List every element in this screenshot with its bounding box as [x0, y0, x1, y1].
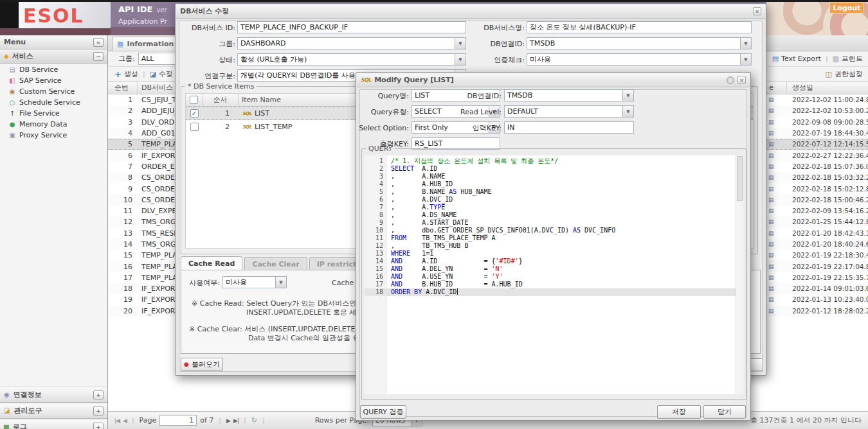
- sidebar-item-custom-service[interactable]: ◉Custom Service: [0, 86, 107, 97]
- sidebar-item-proxy-service[interactable]: ▣Proxy Service: [0, 130, 107, 141]
- accordion-로그[interactable]: ▆로그+: [0, 419, 107, 429]
- row-number: 17: [108, 272, 138, 283]
- code-line[interactable]: 16AND A.USE_YN = 'Y': [365, 273, 736, 281]
- logout-button[interactable]: Logout: [829, 2, 864, 13]
- print-button[interactable]: ▥프린트: [833, 54, 863, 64]
- close-icon[interactable]: ×: [737, 76, 746, 84]
- next-page-button[interactable]: ▶: [226, 417, 230, 424]
- read-level-combo[interactable]: DEFAULT▼: [504, 105, 634, 118]
- item-checkbox-checked[interactable]: ✓: [190, 109, 199, 118]
- tab-cache-read[interactable]: Cache Read: [181, 256, 242, 270]
- chevron-down-icon[interactable]: ▼: [740, 38, 751, 49]
- group-combo[interactable]: DASHBOARD▼: [237, 37, 466, 49]
- sidebar-item-label: DB Service: [19, 66, 58, 74]
- code-line[interactable]: 18ORDER BY A.DVC_ID: [365, 288, 736, 296]
- items-column-order[interactable]: 순서: [203, 94, 239, 106]
- code-line[interactable]: 12, TB_TMS_HUB B: [365, 242, 736, 250]
- expand-panel-button[interactable]: +: [93, 390, 104, 399]
- accordion-관리도구[interactable]: ◪관리도구+: [0, 403, 107, 419]
- sidebar-item-schedule-service[interactable]: ○Schedule Service: [0, 97, 107, 108]
- chevron-down-icon[interactable]: ▼: [622, 90, 633, 101]
- code-line[interactable]: 14AND A.ID = {'#ID#'}: [365, 258, 736, 265]
- code-line[interactable]: 3, A.NAME: [365, 173, 736, 180]
- services-section-header[interactable]: ◆ 서비스 −: [0, 49, 107, 64]
- code-line[interactable]: 11FROM TB_TMS_PLACE_TEMP A: [365, 234, 736, 242]
- row-number: 5: [108, 139, 138, 150]
- code-line[interactable]: 17AND B.HUB_ID = A.HUB_ID: [365, 281, 736, 288]
- column-header-created[interactable]: 생성일: [787, 82, 868, 94]
- scrollbar-thumb[interactable]: [737, 156, 743, 201]
- refresh-button[interactable]: ↻: [251, 416, 257, 425]
- service-id-input[interactable]: TEMP_PLACE_INFO_BACKUP_IF: [237, 21, 466, 33]
- prev-page-button[interactable]: ◀: [123, 417, 127, 424]
- code-line[interactable]: 8, A.DS_NAME: [365, 211, 736, 219]
- items-column-name[interactable]: Item Name: [239, 94, 359, 106]
- sidebar-item-db-service[interactable]: ▤DB Service: [0, 64, 107, 75]
- editor-scrollbar[interactable]: [736, 155, 743, 394]
- chevron-down-icon[interactable]: ▼: [455, 54, 466, 65]
- sidebar-item-label: Memory Data: [19, 120, 68, 128]
- code-text: , A.DVC_ID: [386, 196, 453, 204]
- row-doc-icon: ▤: [766, 206, 787, 216]
- gear-icon[interactable]: [727, 76, 734, 84]
- column-header-no[interactable]: 순번: [108, 82, 138, 94]
- query-dialog-titlebar[interactable]: SQL Modify Query [LIST] ×: [357, 73, 750, 87]
- code-line[interactable]: 2SELECT A.ID: [365, 165, 736, 173]
- code-line[interactable]: 6, A.DVC_ID: [365, 196, 736, 204]
- chevron-down-icon[interactable]: ▼: [622, 106, 633, 117]
- save-button[interactable]: 저장: [657, 405, 701, 419]
- edit-dialog-titlebar[interactable]: DB서비스 수정 ×: [176, 4, 765, 19]
- auth-check-combo[interactable]: 미사용▼: [527, 53, 752, 66]
- db-connection-label: DB연결ID:: [468, 38, 525, 50]
- cache-use-label: 사용여부:: [185, 277, 220, 289]
- code-line[interactable]: 1/* 1. 지점의 장소 온도계 설치 목록 및 최종 온도*/: [365, 157, 736, 165]
- code-line[interactable]: 10, dbo.GET_ORDER_SP_DVCS_INFO01(A.DVC_I…: [365, 227, 736, 234]
- first-page-button[interactable]: |◀: [114, 417, 120, 424]
- input-key-input[interactable]: IN: [504, 121, 634, 134]
- code-line[interactable]: 9, A.START_DATE: [365, 219, 736, 227]
- last-page-button[interactable]: ▶|: [233, 417, 239, 424]
- accordion-연결정보[interactable]: ◉연결정보+: [0, 387, 107, 403]
- item-checkbox[interactable]: [190, 123, 199, 131]
- row-number: 7: [108, 161, 138, 172]
- tab-cache-clear[interactable]: Cache Clear: [244, 257, 307, 270]
- status-combo[interactable]: 활성 (URL호출 가능)▼: [237, 53, 466, 66]
- service-name-input[interactable]: 장소 온도 정보 상세(BACKUP)-IF: [527, 21, 752, 33]
- edit-button[interactable]: ◪수정: [150, 69, 173, 79]
- column-header-partial[interactable]: e: [766, 82, 787, 94]
- row-created-date: 2022-01-14 09:01:03.677: [787, 283, 868, 294]
- code-line[interactable]: 4, A.HUB_ID: [365, 180, 736, 188]
- close-icon[interactable]: ×: [753, 7, 761, 15]
- sidebar-item-sap-service[interactable]: ◧SAP Service: [0, 75, 107, 86]
- db-connection-combo[interactable]: TMSDB▼: [527, 37, 752, 49]
- code-line[interactable]: 13WHERE 1=1: [365, 250, 736, 258]
- code-line[interactable]: 15AND A.DEL_YN = 'N': [365, 265, 736, 273]
- expand-panel-button[interactable]: +: [93, 423, 104, 429]
- create-button[interactable]: +생성: [114, 69, 138, 79]
- query-validate-button[interactable]: QUERY 검증: [360, 405, 406, 419]
- sidebar-item-file-service[interactable]: ↑File Service: [0, 108, 107, 119]
- permission-label: 권한설정: [835, 69, 863, 79]
- line-number: 12: [365, 242, 386, 250]
- page-number-input[interactable]: 1: [159, 415, 197, 426]
- code-line[interactable]: 5, B.NAME AS HUB_NAME: [365, 188, 736, 196]
- select-all-checkbox[interactable]: [190, 96, 198, 104]
- expand-panel-button[interactable]: +: [93, 407, 104, 416]
- row-number: 8: [108, 172, 138, 183]
- permission-settings-button[interactable]: ◫권한설정: [826, 69, 863, 79]
- sidebar-item-memory-data[interactable]: ●Memory Data: [0, 119, 107, 130]
- chevron-down-icon[interactable]: ▼: [275, 277, 286, 288]
- load-button[interactable]: ●불러오기: [181, 358, 223, 371]
- chevron-down-icon[interactable]: ▼: [455, 38, 466, 49]
- sql-editor[interactable]: 1/* 1. 지점의 장소 온도계 설치 목록 및 최종 온도*/2SELECT…: [365, 155, 743, 394]
- cache-use-combo[interactable]: 미사용▼: [222, 276, 287, 288]
- chevron-down-icon[interactable]: ▼: [740, 54, 751, 65]
- select-all-checkbox-cell[interactable]: [186, 94, 203, 106]
- code-line[interactable]: 7, A.TYPE: [365, 204, 736, 211]
- collapse-sidebar-button[interactable]: «: [93, 38, 104, 47]
- query-db-connection-combo[interactable]: TMSDB▼: [504, 89, 634, 101]
- collapse-services-button[interactable]: −: [93, 52, 104, 61]
- close-button[interactable]: 닫기: [703, 405, 746, 419]
- text-export-button[interactable]: ▤Text Export: [772, 55, 821, 63]
- row-created-date: 2022-07-19 18:44:30.49: [787, 128, 868, 139]
